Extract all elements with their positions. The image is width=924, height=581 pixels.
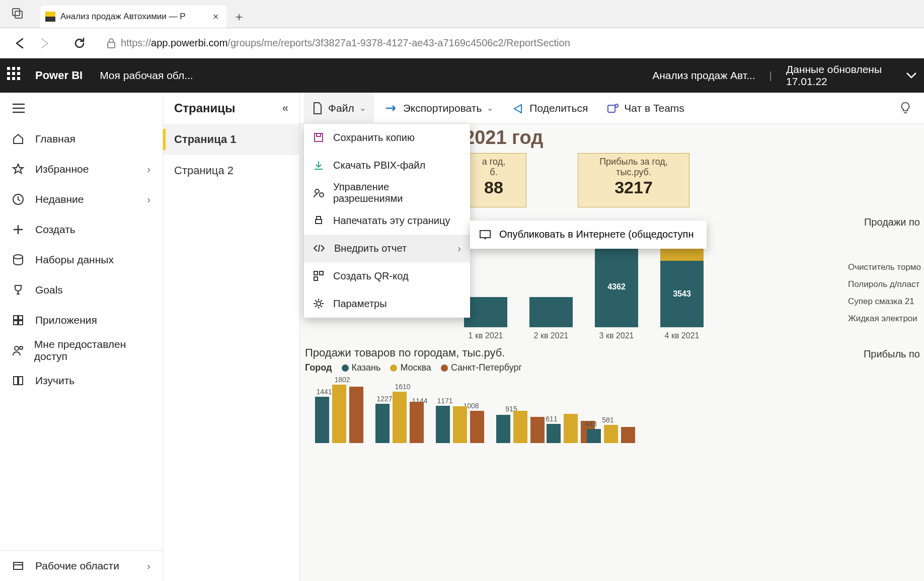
nav-learn[interactable]: Изучить (0, 366, 163, 396)
nav-label: Приложения (35, 314, 97, 326)
nav-label: Рабочие области (35, 560, 119, 572)
axis-label: 1 кв 2021 (464, 331, 507, 340)
browser-tab[interactable]: Анализ продаж Автохимии — P ✕ (40, 6, 226, 28)
star-icon (12, 163, 24, 175)
file-menu-button[interactable]: Файл ⌄ (304, 93, 374, 124)
nav-favorites[interactable]: Избранное› (0, 154, 163, 184)
menu-embed[interactable]: Внедрить отчет› (304, 235, 470, 262)
nav-datasets[interactable]: Наборы данных (0, 245, 163, 275)
nav-goals[interactable]: Goals (0, 275, 163, 305)
browser-tab-strip: Анализ продаж Автохимии — P ✕ ＋ (0, 0, 924, 28)
hamburger-icon (12, 103, 25, 113)
kpi-label: б. (490, 167, 497, 177)
teams-icon (607, 102, 619, 114)
menu-print[interactable]: Напечатать эту страницу (304, 207, 470, 235)
nav-label: Изучить (35, 375, 74, 387)
save-icon (313, 132, 324, 143)
nav-toggle-button[interactable] (0, 93, 163, 124)
ideas-button[interactable] (891, 102, 920, 115)
menu-permissions[interactable]: Управление разрешениями (304, 179, 470, 207)
clock-icon (12, 193, 24, 205)
svg-rect-23 (608, 105, 615, 112)
bar-label: 581 (602, 416, 613, 424)
address-bar[interactable]: https://app.powerbi.com/groups/me/report… (121, 37, 570, 49)
svg-point-21 (317, 302, 321, 306)
svg-point-4 (14, 255, 23, 259)
svg-rect-18 (314, 271, 318, 275)
bar-label: 1610 (395, 383, 410, 391)
svg-rect-6 (19, 316, 23, 320)
permissions-icon (313, 187, 324, 198)
tab-title: Анализ продаж Автохимии — P (60, 12, 204, 22)
close-tab-button[interactable]: ✕ (209, 11, 221, 23)
pages-title: Страницы (174, 101, 236, 115)
nav-home[interactable]: Главная (0, 124, 163, 154)
nav-workspaces[interactable]: Рабочие области› (0, 551, 163, 581)
svg-rect-19 (320, 271, 323, 275)
svg-rect-1 (15, 11, 22, 18)
site-security-button[interactable] (104, 38, 119, 49)
teams-chat-button[interactable]: Чат в Teams (599, 93, 692, 124)
bar-label: 1802 (334, 376, 350, 384)
nav-shared[interactable]: Мне предоставлен доступ (0, 335, 163, 366)
kpi-profit-card: Прибыль за год,тыс.руб. 3217 (578, 153, 689, 207)
nav-create[interactable]: Создать (0, 214, 163, 245)
file-icon (312, 102, 323, 115)
forward-button[interactable] (33, 32, 55, 54)
svg-point-10 (20, 346, 23, 349)
menu-download-pbix[interactable]: Скачать PBIX-файл (304, 152, 470, 179)
toolbar-label: Файл (328, 102, 354, 114)
menu-qr[interactable]: Создать QR-код (304, 262, 470, 290)
header-more-button[interactable] (906, 72, 917, 79)
legend-item: Полироль д/пласт (848, 276, 921, 293)
menu-save-copy[interactable]: Сохранить копию (304, 124, 470, 152)
pages-header: Страницы « (163, 93, 299, 124)
back-button[interactable] (9, 32, 31, 54)
menu-settings[interactable]: Параметры (304, 290, 470, 318)
url-path: /groups/me/reports/3f3827a1-9378-4127-ae… (227, 37, 570, 48)
data-updated-info: Данные обновлены 17.01.22 (786, 63, 882, 88)
menu-label: Параметры (333, 298, 387, 310)
toolbar-label: Чат в Teams (624, 102, 684, 114)
window-tab-overview-button[interactable] (0, 0, 35, 28)
kpi-label: тыс.руб. (616, 167, 651, 177)
nav-label: Создать (35, 224, 75, 236)
refresh-button[interactable] (68, 32, 91, 54)
svg-rect-7 (14, 321, 18, 325)
nav-recent[interactable]: Недавние› (0, 184, 163, 214)
menu-label: Скачать PBIX-файл (333, 160, 425, 171)
svg-rect-2 (108, 42, 115, 48)
plus-icon (12, 224, 24, 236)
share-button[interactable]: Поделиться (504, 93, 596, 124)
new-tab-button[interactable]: ＋ (226, 6, 252, 28)
page-tab-1[interactable]: Страница 1 (163, 124, 299, 155)
workspace-breadcrumb[interactable]: Моя рабочая обл... (100, 69, 193, 82)
powerbi-brand[interactable]: Power BI (35, 69, 83, 82)
arrow-right-icon (38, 37, 51, 50)
menu-label: Опубликовать в Интернете (общедоступн (499, 229, 694, 240)
bar-value: 4362 (595, 247, 638, 327)
svg-rect-22 (480, 231, 490, 238)
svg-rect-12 (315, 133, 323, 141)
embed-submenu-publish-web[interactable]: Опубликовать в Интернете (общедоступн (470, 221, 707, 249)
legend-item: Жидкая электрои (848, 310, 921, 327)
svg-point-24 (615, 104, 618, 107)
page-tab-2[interactable]: Страница 2 (163, 155, 299, 186)
cities-grouped-chart: 1441 1802 1227 1610 1144 1171 1008 915 6… (305, 378, 713, 443)
export-menu-button[interactable]: Экспортировать⌄ (377, 93, 502, 124)
nav-apps[interactable]: Приложения (0, 305, 163, 335)
kpi-label: а год, (482, 157, 505, 167)
chevron-down-icon: ⌄ (487, 103, 493, 113)
nav-label: Главная (35, 133, 75, 145)
svg-rect-8 (19, 321, 23, 325)
powerbi-favicon (45, 12, 55, 22)
menu-label: Сохранить копию (333, 132, 415, 143)
svg-rect-0 (13, 9, 20, 16)
legend-item: Москва (400, 362, 431, 373)
people-icon (12, 344, 23, 356)
app-launcher-button[interactable] (7, 67, 24, 84)
chevron-down-icon: ⌄ (359, 103, 366, 113)
lightbulb-icon (900, 102, 911, 115)
chevron-down-icon (906, 72, 917, 79)
collapse-pages-button[interactable]: « (282, 102, 288, 115)
